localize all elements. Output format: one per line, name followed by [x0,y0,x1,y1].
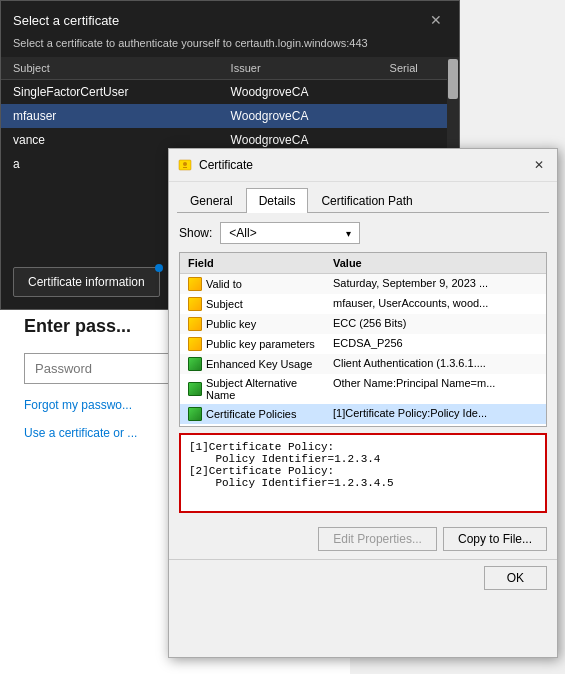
cell-value: mfauser, UserAccounts, wood... [325,294,546,314]
tab-details[interactable]: Details [246,188,309,213]
cert-bottom-buttons: Edit Properties... Copy to File... [169,519,557,559]
edit-properties-button[interactable]: Edit Properties... [318,527,437,551]
cell-field: Public key parameters [180,334,325,354]
cert-ok-row: OK [169,559,557,598]
table-row[interactable]: Subject mfauser, UserAccounts, wood... [180,294,546,314]
tab-general[interactable]: General [177,188,246,213]
table-row[interactable]: mfauser WoodgroveCA [1,104,459,128]
cell-field: Subject Alternative Name [180,374,325,404]
cell-value: ECC (256 Bits) [325,314,546,334]
ok-button[interactable]: OK [484,566,547,590]
key-field-icon [188,382,202,396]
table-row[interactable]: Valid to Saturday, September 9, 2023 ... [180,274,546,295]
cert-info-dot [155,264,163,272]
cell-field: Enhanced Key Usage [180,354,325,374]
cert-details-table-wrapper: Field Value Valid to Saturday, September… [179,252,547,427]
cert-show-label: Show: [179,226,212,240]
col-field: Field [180,253,325,274]
cert-value-text: [1]Certificate Policy: Policy Identifier… [189,441,394,489]
cert-details-titlebar: Certificate ✕ [169,149,557,182]
cert-field-icon [188,297,202,311]
cell-field: Public key [180,314,325,334]
table-row[interactable]: Public key parameters ECDSA_P256 [180,334,546,354]
cert-show-row: Show: <All> ▾ [169,214,557,252]
cert-tabs: General Details Certification Path [169,182,557,213]
cert-field-icon [188,337,202,351]
copy-to-file-button[interactable]: Copy to File... [443,527,547,551]
cell-value: Saturday, September 9, 2023 ... [325,274,546,295]
cert-value-area: [1]Certificate Policy: Policy Identifier… [179,433,547,513]
cell-field: Authority Key Identifier [180,424,325,427]
cert-field-icon [188,277,202,291]
cert-info-area: Certificate information [13,267,160,297]
table-row[interactable]: Public key ECC (256 Bits) [180,314,546,334]
select-cert-titlebar: Select a certificate ✕ [1,1,459,37]
cert-show-value: <All> [229,226,256,240]
cell-value: ECDSA_P256 [325,334,546,354]
col-issuer: Issuer [219,57,378,80]
cert-show-select[interactable]: <All> ▾ [220,222,360,244]
cert-tab-divider [177,212,549,213]
cell-subject: mfauser [1,104,219,128]
certificate-icon [177,157,193,173]
cert-table-header: Subject Issuer Serial [1,57,459,80]
table-row[interactable]: Enhanced Key Usage Client Authentication… [180,354,546,374]
cell-issuer: WoodgroveCA [219,80,378,105]
table-row[interactable]: Subject Alternative Name Other Name:Prin… [180,374,546,404]
certificate-details-dialog: Certificate ✕ General Details Certificat… [168,148,558,658]
cert-details-table: Field Value Valid to Saturday, September… [180,253,546,427]
cert-details-header: Field Value [180,253,546,274]
tab-certification-path[interactable]: Certification Path [308,188,425,213]
cell-value: Client Authentication (1.3.6.1.... [325,354,546,374]
svg-point-1 [183,162,187,166]
table-row[interactable]: SingleFactorCertUser WoodgroveCA [1,80,459,105]
key-field-icon [188,407,202,421]
table-row[interactable]: Certificate Policies [1]Certificate Poli… [180,404,546,424]
select-cert-title: Select a certificate [13,13,119,28]
col-subject: Subject [1,57,219,80]
cell-field: Valid to [180,274,325,295]
scrollbar-thumb [448,59,458,99]
cell-field: Subject [180,294,325,314]
certificate-information-button[interactable]: Certificate information [13,267,160,297]
cert-details-close-button[interactable]: ✕ [529,155,549,175]
key-field-icon [188,357,202,371]
cell-field: Certificate Policies [180,404,325,424]
cell-value: [1]Certificate Policy:Policy Ide... [325,404,546,424]
cert-details-title-left: Certificate [177,157,253,173]
svg-rect-2 [183,167,187,168]
cell-issuer: WoodgroveCA [219,104,378,128]
select-cert-close-button[interactable]: ✕ [425,9,447,31]
select-cert-subtitle: Select a certificate to authenticate you… [1,37,459,57]
cert-field-icon [188,317,202,331]
cell-subject: SingleFactorCertUser [1,80,219,105]
cell-value: Other Name:Principal Name=m... [325,374,546,404]
cert-details-title-text: Certificate [199,158,253,172]
chevron-down-icon: ▾ [346,228,351,239]
cell-value [325,424,546,427]
col-value: Value [325,253,546,274]
table-row[interactable]: Authority Key Identifier [180,424,546,427]
